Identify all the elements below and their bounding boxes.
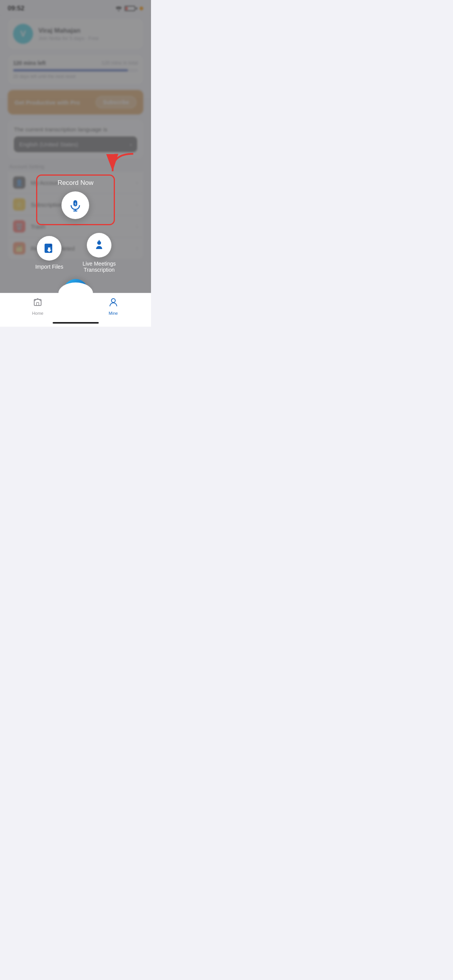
import-files-icon [43, 242, 55, 254]
tab-home-label: Home [32, 311, 43, 316]
import-files-button[interactable] [37, 236, 61, 261]
mine-icon [108, 297, 118, 309]
record-now-label: Record Now [58, 179, 94, 187]
record-now-highlight: Record Now [36, 174, 115, 225]
page-wrapper: 09:52 V [0, 0, 151, 327]
import-files-label: Import Files [35, 264, 63, 270]
live-meetings-label: Live MeetingsTranscription [83, 261, 116, 273]
record-now-group: Record Now [36, 174, 115, 225]
fab-row: Import Files Live MeetingsTranscription [35, 233, 116, 273]
live-meetings-icon [93, 239, 105, 251]
svg-rect-10 [37, 302, 39, 306]
home-indicator [53, 322, 99, 324]
tab-mine[interactable]: Mine [76, 297, 151, 316]
fab-menu: Record Now [0, 174, 151, 273]
home-icon [33, 297, 43, 309]
fab-item-import: Import Files [35, 236, 63, 270]
live-meetings-button[interactable] [87, 233, 111, 257]
record-now-button[interactable] [61, 191, 89, 219]
lightning-mic-icon [69, 199, 82, 212]
svg-point-7 [99, 240, 100, 241]
tab-mine-label: Mine [109, 311, 118, 316]
tab-bar: Home Mine [0, 293, 151, 327]
svg-point-11 [111, 299, 115, 302]
tab-home[interactable]: Home [0, 297, 76, 316]
fab-item-live-meetings: Live MeetingsTranscription [83, 233, 116, 273]
